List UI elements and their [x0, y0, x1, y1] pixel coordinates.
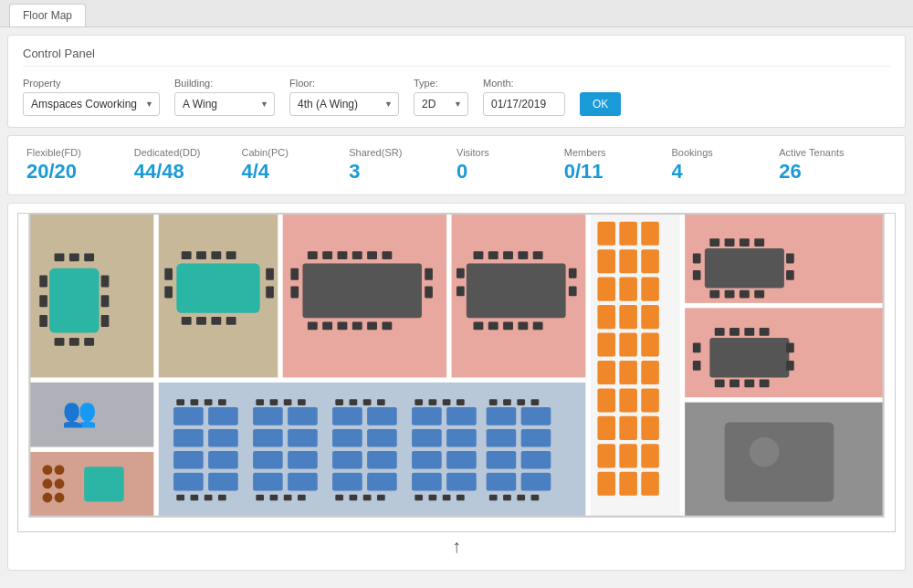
- floor-select-wrapper: 4th (A Wing) 3rd (A Wing): [289, 92, 399, 116]
- svg-rect-81: [597, 472, 615, 496]
- svg-rect-130: [253, 429, 283, 447]
- stat-label: Active Tenants: [779, 147, 887, 158]
- svg-point-195: [43, 478, 53, 488]
- svg-rect-113: [173, 407, 204, 425]
- svg-rect-132: [253, 473, 283, 491]
- svg-rect-147: [332, 451, 362, 469]
- property-label: Property: [23, 78, 160, 89]
- stat-value: 4: [672, 160, 780, 184]
- svg-rect-126: [191, 399, 199, 405]
- svg-rect-89: [709, 290, 719, 299]
- svg-rect-179: [487, 451, 517, 469]
- svg-rect-92: [754, 290, 764, 299]
- svg-rect-60: [597, 278, 615, 301]
- svg-rect-2: [39, 315, 47, 327]
- stat-item: Shared(SR) 3: [349, 147, 456, 184]
- svg-rect-5: [101, 315, 110, 327]
- svg-rect-74: [641, 388, 659, 412]
- building-select-wrapper: A Wing B Wing: [174, 92, 275, 116]
- svg-rect-59: [641, 249, 659, 273]
- type-select[interactable]: 2D 3D: [414, 92, 468, 116]
- table-gray-2[interactable]: [467, 263, 566, 318]
- stat-label: Shared(SR): [349, 147, 456, 158]
- floor-select[interactable]: 4th (A Wing) 3rd (A Wing): [289, 92, 399, 116]
- svg-rect-131: [253, 451, 283, 469]
- svg-rect-10: [69, 338, 79, 346]
- svg-rect-0: [39, 275, 47, 287]
- building-group: Building: A Wing B Wing: [174, 78, 275, 116]
- ok-button[interactable]: OK: [580, 92, 621, 116]
- svg-rect-110: [725, 422, 834, 501]
- svg-rect-77: [641, 416, 659, 440]
- stat-value: 20/20: [26, 160, 134, 184]
- stat-item: Visitors 0: [456, 147, 564, 184]
- stats-row: Flexible(FD) 20/20 Dedicated(DD) 44/48 C…: [26, 147, 887, 184]
- svg-rect-80: [641, 444, 659, 467]
- svg-rect-78: [597, 444, 615, 467]
- svg-rect-25: [322, 251, 332, 259]
- svg-rect-188: [531, 495, 540, 501]
- controls-row: Property Amspaces Coworking Building: A …: [23, 78, 890, 116]
- svg-rect-180: [487, 473, 517, 491]
- svg-rect-192: [531, 399, 540, 405]
- svg-rect-118: [208, 429, 238, 447]
- svg-rect-48: [518, 322, 528, 331]
- svg-rect-57: [597, 249, 615, 273]
- svg-rect-56: [641, 222, 659, 246]
- month-input[interactable]: [483, 92, 565, 116]
- svg-rect-144: [298, 399, 306, 405]
- svg-rect-69: [597, 361, 615, 384]
- svg-point-196: [43, 493, 53, 503]
- floor-group: Floor: 4th (A Wing) 3rd (A Wing): [289, 78, 399, 116]
- table-teal-1[interactable]: [49, 268, 99, 333]
- svg-rect-114: [173, 429, 204, 447]
- svg-rect-135: [288, 451, 318, 469]
- svg-rect-24: [308, 251, 318, 259]
- svg-rect-84: [705, 248, 784, 289]
- svg-rect-43: [518, 251, 528, 259]
- floor-map: 👥: [17, 213, 896, 532]
- svg-rect-189: [489, 399, 498, 405]
- svg-rect-16: [182, 317, 192, 325]
- svg-rect-97: [709, 338, 789, 378]
- svg-rect-8: [84, 254, 94, 262]
- month-label: Month:: [483, 78, 565, 89]
- svg-rect-173: [415, 399, 423, 405]
- svg-rect-88: [754, 238, 764, 247]
- arrow-up-icon[interactable]: ↑: [452, 536, 461, 557]
- app-container: Floor Map Control Panel Property Amspace…: [0, 0, 913, 588]
- svg-rect-83: [641, 472, 659, 496]
- type-label: Type:: [414, 78, 468, 89]
- svg-rect-14: [211, 251, 221, 259]
- svg-rect-46: [488, 322, 498, 331]
- svg-rect-153: [335, 495, 343, 501]
- svg-rect-11: [84, 338, 94, 346]
- svg-rect-34: [367, 322, 377, 331]
- svg-rect-9: [55, 338, 65, 346]
- control-panel: Control Panel Property Amspaces Coworkin…: [7, 35, 906, 128]
- svg-rect-149: [367, 407, 397, 425]
- bottom-bar: ↑: [17, 532, 896, 561]
- svg-rect-27: [352, 251, 362, 259]
- table-teal-2[interactable]: [176, 263, 259, 312]
- svg-rect-45: [473, 322, 483, 331]
- svg-rect-49: [533, 322, 543, 331]
- svg-rect-177: [487, 407, 517, 425]
- svg-rect-19: [226, 317, 236, 325]
- svg-rect-127: [205, 399, 213, 405]
- stat-label: Members: [564, 147, 672, 158]
- building-select[interactable]: A Wing B Wing: [174, 92, 275, 116]
- svg-rect-119: [208, 451, 238, 469]
- svg-rect-152: [367, 473, 397, 491]
- table-gray-1[interactable]: [302, 263, 422, 318]
- stat-item: Dedicated(DD) 44/48: [134, 147, 242, 184]
- svg-rect-170: [429, 495, 437, 501]
- svg-point-199: [55, 493, 65, 503]
- svg-rect-186: [503, 495, 511, 501]
- property-select[interactable]: Amspaces Coworking: [23, 92, 160, 116]
- svg-rect-70: [619, 361, 637, 384]
- svg-rect-124: [218, 495, 226, 501]
- svg-rect-171: [443, 495, 451, 501]
- floor-map-tab[interactable]: Floor Map: [9, 4, 86, 26]
- svg-rect-115: [173, 451, 204, 469]
